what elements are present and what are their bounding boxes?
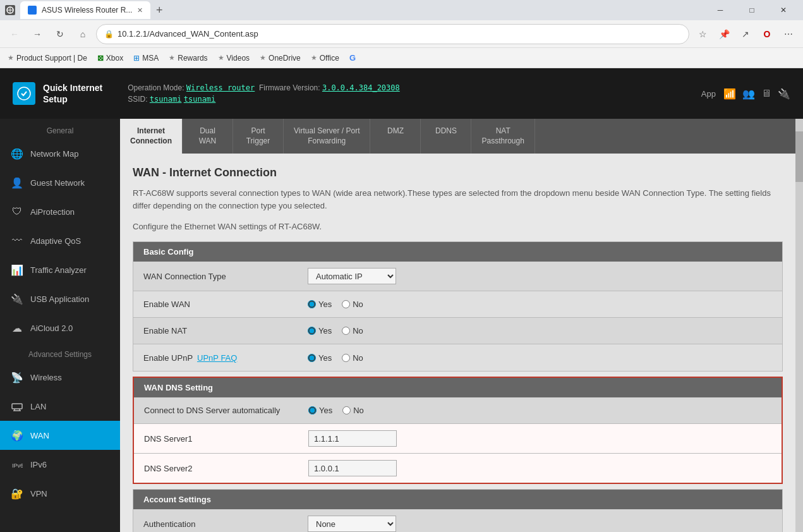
enable-nat-value: Yes No (308, 326, 772, 336)
sidebar-item-usb-application[interactable]: 🔌 USB Application (0, 284, 120, 313)
enable-wan-yes-label[interactable]: Yes (308, 299, 332, 309)
bookmark-onedrive[interactable]: ★ OneDrive (260, 54, 301, 63)
usb-application-icon: 🔌 (10, 292, 24, 306)
sidebar-item-ipv6[interactable]: IPv6 IPv6 (0, 450, 120, 479)
share-button[interactable]: ↗ (736, 25, 755, 44)
collections-button[interactable]: 📌 (715, 25, 734, 44)
bookmark-msa[interactable]: ⊞ MSA (133, 54, 159, 63)
wan-connection-type-select[interactable]: Automatic IP (308, 268, 396, 284)
bookmark-star-icon: ★ (311, 54, 317, 62)
tab-port-trigger[interactable]: PortTrigger (233, 119, 284, 154)
dns-auto-yes-radio[interactable] (308, 406, 317, 414)
bookmark-label: Xbox (106, 54, 123, 63)
app-button[interactable]: App (701, 89, 716, 99)
adaptive-qos-icon: 〰 (10, 234, 24, 248)
wireless-label: Wireless (30, 373, 62, 382)
enable-wan-label: Enable WAN (143, 299, 308, 309)
enable-wan-value: Yes No (308, 299, 772, 309)
menu-button[interactable]: ⋯ (779, 25, 798, 44)
sidebar-item-vpn[interactable]: 🔐 VPN (0, 479, 120, 508)
tab-dmz[interactable]: DMZ (370, 119, 421, 154)
opera-icon[interactable]: O (758, 25, 776, 44)
quick-setup-icon (13, 82, 35, 105)
url-text: 10.1.2.1/Advanced_WAN_Content.asp (118, 29, 681, 39)
enable-upnp-no-radio[interactable] (342, 354, 350, 362)
enable-nat-no-label[interactable]: No (342, 326, 363, 336)
sidebar-item-adaptive-qos[interactable]: 〰 Adaptive QoS (0, 226, 120, 255)
upnp-faq-link[interactable]: UPnP FAQ (197, 353, 237, 363)
authentication-label: Authentication (143, 519, 308, 529)
guest-network-label: Guest Network (30, 178, 85, 188)
signal-icon[interactable]: 📶 (723, 88, 736, 100)
tab-dual-wan[interactable]: DualWAN (183, 119, 233, 154)
header-icons: 📶 👥 🖥 🔌 (723, 88, 790, 100)
enable-nat-yes-radio[interactable] (308, 327, 316, 335)
minimize-button[interactable]: ─ (706, 0, 735, 20)
tab-ddns[interactable]: DDNS (421, 119, 471, 154)
enable-wan-yes-radio[interactable] (308, 300, 316, 308)
dns-server1-input[interactable] (308, 430, 397, 447)
bookmark-videos[interactable]: ★ Videos (218, 54, 250, 63)
sidebar-item-traffic-analyzer[interactable]: 📊 Traffic Analyzer (0, 255, 120, 284)
enable-nat-no-radio[interactable] (342, 327, 350, 335)
refresh-button[interactable]: ↻ (51, 25, 69, 44)
enable-wan-no-label[interactable]: No (342, 299, 363, 309)
enable-upnp-yes-radio[interactable] (308, 354, 316, 362)
screen-icon[interactable]: 🖥 (761, 88, 771, 100)
dns-auto-row: Connect to DNS Server automatically Yes … (134, 397, 782, 424)
close-button[interactable]: ✕ (769, 0, 798, 20)
enable-nat-yes-label[interactable]: Yes (308, 326, 332, 336)
bookmark-google[interactable]: G (349, 53, 356, 63)
maximize-button[interactable]: □ (737, 0, 766, 20)
tab-close-btn[interactable]: ✕ (137, 6, 143, 15)
sidebar-item-aiprotection[interactable]: 🛡 AiProtection (0, 197, 120, 226)
sidebar-item-guest-network[interactable]: 👤 Guest Network (0, 168, 120, 197)
dns-auto-yes-label[interactable]: Yes (308, 406, 332, 415)
dns-auto-no-radio[interactable] (342, 406, 351, 414)
bookmark-label: Rewards (178, 54, 207, 63)
sidebar-item-wireless[interactable]: 📡 Wireless (0, 363, 120, 392)
scrollbar-thumb[interactable] (795, 131, 803, 182)
dns-server2-input[interactable] (308, 460, 397, 476)
star-button[interactable]: ☆ (693, 25, 712, 44)
quick-setup-label[interactable]: Quick Internet Setup (43, 82, 102, 105)
sidebar-item-network-map[interactable]: 🌐 Network Map (0, 139, 120, 168)
bookmark-office[interactable]: ★ Office (311, 54, 339, 63)
usb-icon[interactable]: 🔌 (778, 88, 790, 100)
tab-nat-passthrough[interactable]: NATPassthrough (471, 119, 534, 154)
page-title: WAN - Internet Connection (133, 166, 783, 179)
new-tab-button[interactable]: + (150, 1, 168, 19)
dns-server1-label: DNS Server1 (144, 434, 308, 444)
bookmark-xbox[interactable]: ⊠ Xbox (97, 54, 123, 63)
wireless-icon: 📡 (10, 370, 24, 384)
tab-title: ASUS Wireless Router R... (42, 6, 132, 15)
bookmark-product-support[interactable]: ★ Product Support | De (8, 54, 87, 63)
tab-internet-connection[interactable]: InternetConnection (120, 119, 183, 154)
authentication-select[interactable]: None (308, 516, 396, 532)
traffic-analyzer-icon: 📊 (10, 263, 24, 277)
sidebar-item-aicloud[interactable]: ☁ AiCloud 2.0 (0, 313, 120, 342)
lock-icon: 🔒 (104, 30, 114, 39)
general-section-label: General (0, 119, 120, 139)
back-button[interactable]: ← (5, 25, 24, 44)
guest-network-icon: 👤 (10, 176, 24, 190)
enable-wan-no-radio[interactable] (342, 300, 350, 308)
enable-upnp-no-label[interactable]: No (342, 353, 363, 363)
tab-virtual-server[interactable]: Virtual Server / PortForwarding (284, 119, 370, 154)
address-bar[interactable]: 🔒 10.1.2.1/Advanced_WAN_Content.asp (96, 24, 689, 44)
home-button[interactable]: ⌂ (73, 25, 92, 44)
bookmark-star-icon: ★ (8, 54, 14, 62)
enable-upnp-yes-label[interactable]: Yes (308, 353, 332, 363)
page-scrollbar[interactable] (795, 119, 803, 532)
sidebar-item-wan[interactable]: 🌍 WAN (0, 421, 120, 450)
router-header-left: Quick Internet Setup (13, 82, 102, 105)
active-tab[interactable]: ASUS Wireless Router R... ✕ (20, 1, 150, 19)
bookmark-rewards[interactable]: ★ Rewards (169, 54, 207, 63)
enable-nat-radio-group: Yes No (308, 326, 363, 336)
users-icon[interactable]: 👥 (742, 88, 755, 100)
sidebar-item-lan[interactable]: LAN (0, 392, 120, 421)
dns-auto-no-label[interactable]: No (342, 406, 364, 415)
forward-button[interactable]: → (28, 25, 47, 44)
main-content: General 🌐 Network Map 👤 Guest Network 🛡 … (0, 119, 803, 532)
lan-icon (10, 399, 24, 413)
